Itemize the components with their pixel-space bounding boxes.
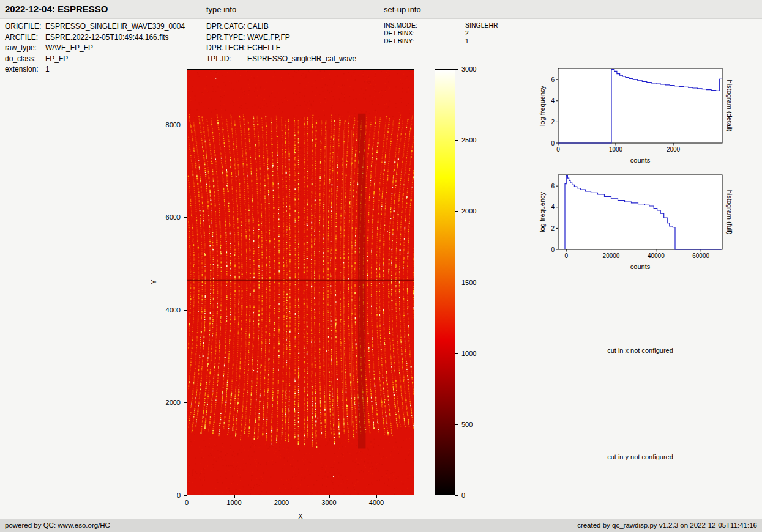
colorbar-tick-mark: [455, 283, 458, 283]
y-axis-title: Y: [150, 279, 157, 284]
x-tick-label: 0: [185, 499, 189, 506]
type-info-block: DPR.CATG:CALIB DPR.TYPE:WAVE,FP,FP DPR.T…: [206, 21, 356, 64]
hist-full-ylabel: log frequency: [539, 192, 546, 232]
type-info-row: TPL.ID:ESPRESSO_singleHR_cal_wave: [206, 54, 356, 65]
x-tick-label: 0: [564, 253, 568, 259]
field-value: ESPRESSO_SINGLEHR_WAVE339_0004: [45, 22, 185, 31]
field-value: SINGLEHR: [465, 21, 498, 29]
x-tick-mark: [376, 495, 377, 498]
setup-info-row: DET.BINY:1: [384, 37, 498, 45]
colorbar-tick-mark: [455, 353, 458, 354]
y-tick-label: 6: [551, 183, 555, 190]
qc-report-page: 2022-12-04: ESPRESSO type info set-up in…: [0, 0, 762, 532]
x-tick-mark: [234, 495, 235, 498]
field-value: ESPRE.2022-12-05T10:49:44.166.fits: [45, 33, 168, 42]
hist-full-xlabel: counts: [630, 263, 650, 270]
field-value: WAVE,FP,FP: [247, 33, 290, 42]
hist-detail-xlabel: counts: [630, 157, 650, 164]
colorbar-tick-label: 1000: [461, 350, 476, 357]
field-label: DET.BINX:: [384, 29, 465, 37]
setup-info-row: DET.BINX:2: [384, 29, 498, 37]
x-tick-label: 2000: [274, 499, 289, 506]
field-label: extension:: [5, 64, 45, 75]
colorbar-tick-label: 3000: [461, 65, 476, 73]
hist-detail-title: histogram (detail): [726, 80, 733, 132]
x-tick-label: 4000: [369, 499, 384, 506]
field-value: 1: [465, 37, 469, 45]
colorbar-tick-mark: [455, 140, 458, 141]
colorbar-tick-label: 0: [461, 492, 465, 499]
field-label: ARCFILE:: [5, 32, 45, 43]
field-value: ESPRESSO_singleHR_cal_wave: [247, 54, 356, 63]
x-tick-label: 60000: [692, 253, 709, 259]
y-tick-mark: [184, 310, 187, 311]
field-value: 1: [45, 65, 50, 73]
x-tick-label: 40000: [648, 253, 665, 259]
y-tick-mark: [184, 125, 187, 125]
colorbar-tick-label: 2500: [461, 136, 476, 144]
colorbar-tick-label: 2000: [461, 207, 476, 215]
field-label: DPR.CATG:: [206, 21, 247, 32]
colorbar-tick-label: 500: [461, 421, 473, 428]
field-label: TPL.ID:: [206, 54, 247, 65]
colorbar-tick-label: 1500: [461, 279, 476, 286]
hist-detail-svg: 0100020000246: [537, 64, 726, 159]
plot-frame: [558, 175, 722, 249]
header-bar: 2022-12-04: ESPRESSO type info set-up in…: [0, 0, 762, 19]
field-label: do_class:: [5, 54, 45, 65]
x-tick-label: 3000: [321, 499, 336, 506]
hist-full-svg: 02000040000600000246: [537, 170, 726, 265]
footer-right-text: created by qc_rawdisp.py v1.2.3 on 2022-…: [577, 519, 757, 532]
y-tick-label: 6000: [166, 213, 181, 221]
colorbar-tick-mark: [455, 211, 458, 212]
field-label: raw_type:: [5, 43, 45, 54]
colorbar-tick-mark: [455, 69, 458, 70]
x-tick-mark: [282, 495, 282, 498]
file-info-row: do_class:FP_FP: [5, 54, 185, 65]
field-label: DPR.TECH:: [206, 43, 247, 54]
x-tick-label: 20000: [603, 253, 620, 259]
y-tick-label: 4: [551, 204, 555, 210]
footer-left-text: powered by QC: www.eso.org/HC: [5, 519, 110, 532]
type-info-row: DPR.CATG:CALIB: [206, 21, 356, 32]
y-tick-mark: [184, 402, 187, 403]
y-tick-mark: [184, 217, 187, 218]
field-label: DPR.TYPE:: [206, 32, 247, 43]
field-value: 2: [465, 29, 469, 37]
colorbar: [435, 69, 455, 495]
field-value: WAVE_FP_FP: [45, 43, 93, 52]
field-value: FP_FP: [45, 54, 68, 63]
file-info-row: ORIGFILE:ESPRESSO_SINGLEHR_WAVE339_0004: [5, 21, 185, 32]
page-title: 2022-12-04: ESPRESSO: [5, 4, 108, 14]
x-tick-mark: [187, 495, 187, 498]
plot-frame: [558, 68, 722, 143]
file-info-row: raw_type:WAVE_FP_FP: [5, 43, 185, 54]
x-tick-label: 0: [556, 146, 560, 153]
x-tick-label: 2000: [667, 146, 681, 153]
colorbar-tick-mark: [455, 424, 458, 425]
y-tick-label: 0: [551, 246, 555, 253]
x-tick-mark: [329, 495, 330, 498]
hist-full-title: histogram (full): [726, 190, 733, 235]
type-info-row: DPR.TYPE:WAVE,FP,FP: [206, 32, 356, 43]
type-info-row: DPR.TECH:ECHELLE: [206, 43, 356, 54]
y-tick-label: 0: [551, 140, 555, 147]
y-tick-label: 2: [551, 119, 555, 125]
field-value: CALIB: [247, 22, 269, 31]
field-label: INS.MODE:: [384, 21, 465, 29]
footer-bar: powered by QC: www.eso.org/HC created by…: [0, 519, 762, 532]
y-tick-label: 6: [551, 76, 555, 83]
field-value: ECHELLE: [247, 43, 281, 52]
cut-y-message: cut in y not configured: [607, 453, 673, 460]
hist-detail-ylabel: log frequency: [539, 86, 546, 126]
file-info-block: ORIGFILE:ESPRESSO_SINGLEHR_WAVE339_0004 …: [5, 21, 185, 75]
field-label: DET.BINY:: [384, 37, 465, 45]
colorbar-axis: 050010001500200025003000: [455, 69, 492, 495]
file-info-row: ARCFILE:ESPRE.2022-12-05T10:49:44.166.fi…: [5, 32, 185, 43]
y-tick-label: 4: [551, 97, 555, 104]
raw-image-canvas: [187, 70, 414, 495]
y-tick-label: 2: [551, 225, 555, 232]
type-info-heading: type info: [206, 5, 236, 14]
field-label: ORIGFILE:: [5, 21, 45, 32]
x-tick-label: 1000: [226, 499, 241, 506]
